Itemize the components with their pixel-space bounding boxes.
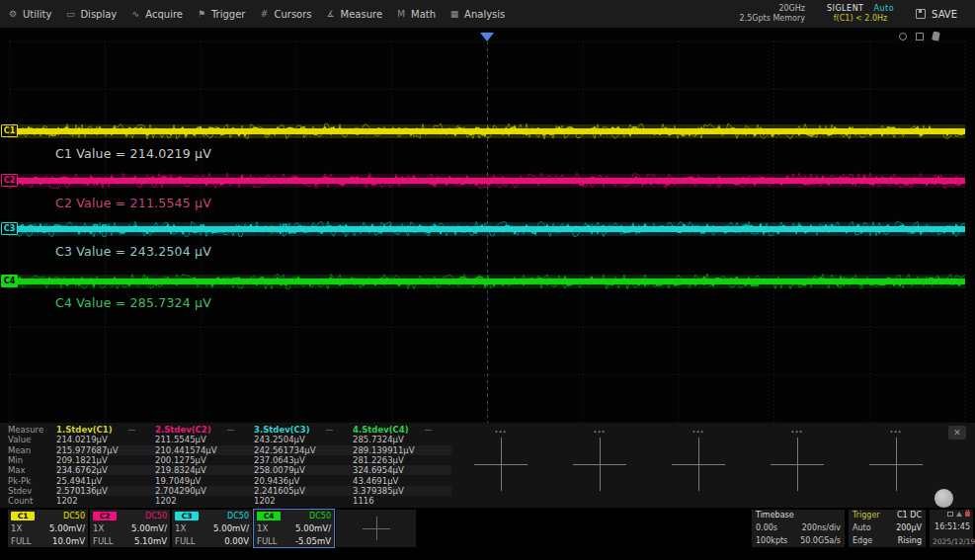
c3-value-readout: C3 Value = 243.2504 μV bbox=[55, 244, 211, 259]
c4-scale: 5.00mV/ bbox=[295, 524, 331, 533]
value-c3: 243.2504μV bbox=[254, 435, 353, 444]
menu-item-math[interactable]: M Math bbox=[396, 9, 436, 20]
header-right-cluster: 20GHz 2.5Gpts Memory SIGLENTAuto f(C1) <… bbox=[740, 4, 957, 25]
measure-header-row: Measure 1.Stdev(C1) 2.Stdev(C2) 3.Stdev(… bbox=[0, 425, 975, 435]
record-icon[interactable] bbox=[899, 33, 907, 40]
mean-c2: 210.441574μV bbox=[155, 445, 254, 455]
row-label: Max bbox=[8, 465, 56, 475]
pkpk-c1: 25.4941μV bbox=[56, 476, 155, 486]
row-label: Min bbox=[8, 455, 56, 465]
max-c1: 234.6762μV bbox=[56, 465, 155, 475]
measure-slot-more-1[interactable]: ... bbox=[451, 425, 550, 435]
add-channel-button[interactable] bbox=[336, 510, 416, 547]
wifi-icon bbox=[956, 512, 962, 517]
c3-probe: 1X bbox=[175, 524, 186, 533]
channel-marker-c4[interactable]: C4 bbox=[1, 275, 18, 287]
measure-header-c2[interactable]: 2.Stdev(C2) bbox=[155, 425, 254, 435]
c1-coupling: DC50 bbox=[63, 513, 85, 520]
add-measure-button-4[interactable] bbox=[771, 438, 824, 491]
channel-descriptor-c4[interactable]: C4 DC50 1X5.00mV/ FULL-5.05mV bbox=[254, 510, 334, 547]
trigger-slope: Rising bbox=[898, 537, 922, 545]
add-measure-button-5[interactable] bbox=[869, 438, 923, 491]
measure-slot-more-2[interactable]: ... bbox=[550, 425, 649, 435]
c1-value-readout: C1 Value = 214.0219 μV bbox=[55, 146, 211, 161]
measure-slot-more-3[interactable]: ... bbox=[649, 425, 748, 435]
measure-header-c3[interactable]: 3.Stdev(C3) bbox=[254, 425, 353, 435]
timebase-label: Timebase bbox=[756, 512, 794, 520]
cursors-icon: # bbox=[259, 9, 269, 19]
c2-probe: 1X bbox=[93, 524, 104, 533]
measure-slot-more-5[interactable]: ... bbox=[847, 425, 945, 435]
count-c2: 1202 bbox=[155, 496, 254, 506]
menu-item-analysis[interactable]: ▦ Analysis bbox=[449, 9, 505, 20]
touch-icon[interactable] bbox=[932, 31, 940, 40]
menu-item-trigger[interactable]: ⚑ Trigger bbox=[197, 9, 246, 20]
panel-drag-handle[interactable] bbox=[934, 489, 953, 508]
save-label: SAVE bbox=[932, 9, 957, 20]
c2-chip: C2 bbox=[93, 512, 117, 520]
menu-item-display[interactable]: ▭ Display bbox=[65, 9, 117, 20]
min-c3: 237.0643μV bbox=[254, 455, 353, 465]
count-c1: 1202 bbox=[56, 496, 155, 506]
c3-offset: 0.00V bbox=[224, 537, 249, 546]
lock-icon bbox=[965, 512, 970, 517]
trigger-position-marker[interactable] bbox=[480, 33, 494, 41]
row-label: Mean bbox=[8, 445, 56, 455]
channel-marker-c2[interactable]: C2 bbox=[1, 174, 18, 187]
timebase-descriptor[interactable]: Timebase 0.00s200ns/div 100kpts50.0GSa/s bbox=[752, 510, 845, 547]
plus-icon bbox=[363, 517, 390, 540]
row-label: Count bbox=[8, 496, 56, 506]
measure-header-c1[interactable]: 1.Stdev(C1) bbox=[56, 425, 155, 435]
timebase-points: 100kpts bbox=[756, 537, 787, 545]
waveform-display[interactable]: C1 C2 C3 C4 C1 Value = 214.0219 μV C2 Va… bbox=[0, 28, 975, 423]
mean-c4: 289.139911μV bbox=[353, 445, 451, 455]
channel-marker-c3[interactable]: C3 bbox=[1, 222, 18, 235]
menu-item-cursors[interactable]: # Cursors bbox=[259, 9, 311, 20]
menu-item-acquire[interactable]: ∿ Acquire bbox=[130, 9, 183, 20]
max-c2: 219.8324μV bbox=[155, 465, 254, 475]
measure-panel-close-button[interactable]: ✕ bbox=[948, 426, 966, 440]
trigger-mode: Auto bbox=[853, 524, 871, 532]
count-c3: 1202 bbox=[254, 496, 353, 506]
trigger-flag-icon: ⚑ bbox=[197, 9, 206, 19]
c1-scale: 5.00mV/ bbox=[49, 524, 85, 533]
trigger-descriptor[interactable]: TriggerC1 DC Auto200μV EdgeRising bbox=[849, 510, 926, 547]
c4-coupling: DC50 bbox=[309, 513, 331, 520]
save-disk-icon bbox=[916, 9, 926, 19]
gear-icon: ⚙ bbox=[8, 9, 18, 19]
display-icon: ▭ bbox=[65, 9, 75, 19]
add-measure-button-3[interactable] bbox=[672, 438, 725, 491]
channel-marker-c1[interactable]: C1 bbox=[1, 124, 18, 137]
value-c4: 285.7324μV bbox=[353, 435, 451, 444]
measure-header-c4[interactable]: 4.Stdev(C4) bbox=[353, 425, 451, 435]
channel-descriptor-c2[interactable]: C2 DC50 1X5.00mV/ FULL5.10mV bbox=[90, 510, 170, 547]
pkpk-c2: 19.7049μV bbox=[155, 476, 254, 486]
add-measure-button-2[interactable] bbox=[573, 438, 626, 491]
menu-label-measure: Measure bbox=[341, 9, 383, 20]
menu-label-display: Display bbox=[80, 9, 117, 20]
channel-descriptor-c3[interactable]: C3 DC50 1X5.00mV/ FULL0.00V bbox=[172, 510, 252, 547]
add-measure-button-1[interactable] bbox=[474, 438, 528, 491]
save-button[interactable]: SAVE bbox=[916, 9, 957, 20]
menu-label-utility: Utility bbox=[23, 9, 51, 20]
channel-descriptor-c1[interactable]: C1 DC50 1X5.00mV/ FULL10.0mV bbox=[8, 510, 88, 547]
c1-offset: 10.0mV bbox=[52, 537, 85, 546]
row-label: Pk-Pk bbox=[8, 476, 56, 486]
measure-panel: Measure 1.Stdev(C1) 2.Stdev(C2) 3.Stdev(… bbox=[0, 423, 975, 508]
menu-item-utility[interactable]: ⚙ Utility bbox=[8, 9, 51, 20]
measure-slot-more-4[interactable]: ... bbox=[748, 425, 847, 435]
timebase-rate: 50.0GSa/s bbox=[800, 537, 841, 545]
clock-box: 16:51:45 2025/12/19 bbox=[930, 510, 973, 547]
measure-row-count: Count 1202 1202 1202 1116 bbox=[0, 496, 975, 506]
frequency-counter: f(C1) < 2.0Hz bbox=[827, 14, 894, 24]
menu-label-trigger: Trigger bbox=[211, 9, 246, 20]
lan-icon bbox=[947, 512, 953, 517]
trigger-source: C1 DC bbox=[897, 512, 922, 520]
fullscreen-icon[interactable] bbox=[916, 33, 924, 40]
c2-scale: 5.00mV/ bbox=[131, 524, 167, 533]
min-c4: 281.2263μV bbox=[353, 455, 451, 465]
acquisition-info[interactable]: 20GHz 2.5Gpts Memory bbox=[740, 4, 805, 25]
menu-item-measure[interactable]: ∡ Measure bbox=[326, 9, 383, 20]
status-bar: C1 DC50 1X5.00mV/ FULL10.0mV C2 DC50 1X5… bbox=[0, 510, 975, 547]
acquire-icon: ∿ bbox=[130, 9, 140, 19]
